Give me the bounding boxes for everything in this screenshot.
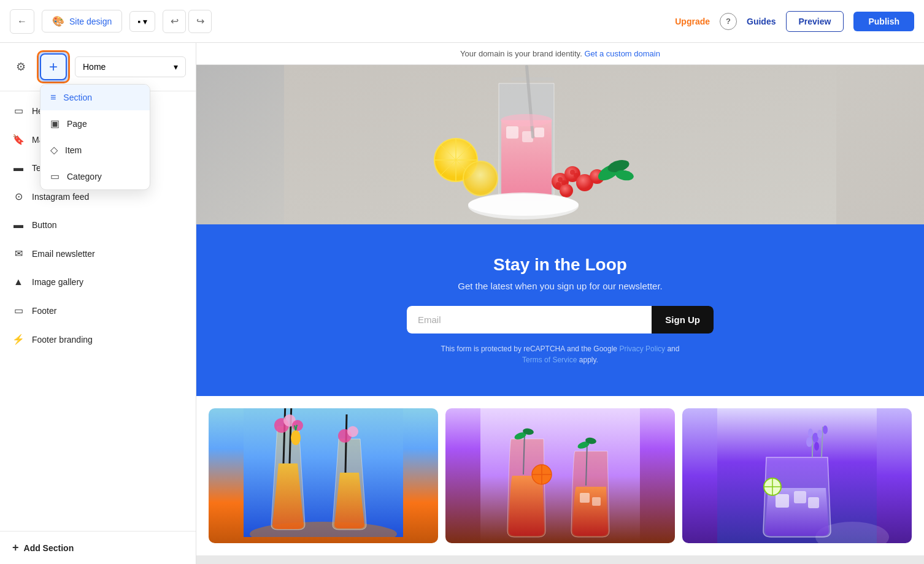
svg-rect-2 — [506, 126, 518, 139]
svg-point-34 — [292, 420, 303, 431]
add-button[interactable]: + — [40, 53, 67, 80]
newsletter-submit-button[interactable]: Sign Up — [652, 306, 714, 333]
site-design-label: Site design — [69, 17, 112, 26]
help-icon: ? — [726, 17, 731, 26]
svg-rect-55 — [776, 494, 789, 508]
dropdown-item-item[interactable]: ◇ Item — [40, 137, 150, 163]
hero-svg — [196, 65, 924, 224]
settings-button[interactable]: ⚙ — [10, 56, 32, 78]
gallery-item-1 — [209, 408, 438, 543]
topbar-left: ← 🎨 Site design ▪ ▾ ↩ ↪ — [10, 9, 212, 34]
add-section-plus-icon: + — [12, 541, 19, 554]
svg-point-67 — [817, 430, 822, 438]
item-icon: ◇ — [50, 144, 58, 156]
svg-point-40 — [347, 426, 358, 437]
main-layout: ⚙ + ≡ Section ▣ Pa — [0, 43, 924, 564]
gallery-svg-3 — [682, 408, 912, 543]
dropdown-item-category[interactable]: ▭ Category — [40, 163, 150, 189]
svg-point-20 — [556, 182, 561, 187]
svg-point-65 — [814, 442, 819, 451]
device-selector-button[interactable]: ▪ ▾ — [129, 11, 155, 32]
publish-button[interactable]: Publish — [853, 12, 914, 31]
svg-point-22 — [574, 173, 579, 178]
add-section-button[interactable]: + Add Section — [12, 541, 74, 554]
main-banner-icon: 🔖 — [12, 134, 25, 145]
sidebar-item-footer-label: Footer — [32, 306, 56, 316]
site-design-icon: 🎨 — [52, 15, 64, 27]
newsletter-title: Stay in the Loop — [209, 255, 912, 275]
sidebar-item-instagram-label: Instagram feed — [32, 192, 89, 202]
sidebar-item-button-label: Button — [32, 220, 56, 230]
domain-bar: Your domain is your brand identity. Get … — [196, 43, 924, 65]
site-design-button[interactable]: 🎨 Site design — [42, 10, 122, 32]
sidebar-item-email-label: Email newsletter — [32, 249, 95, 259]
undo-button[interactable]: ↩ — [163, 10, 186, 33]
newsletter-form: Sign Up — [407, 306, 714, 333]
sidebar-item-branding-label: Footer branding — [32, 335, 93, 345]
button-icon: ▬ — [12, 219, 25, 231]
dropdown-section-label: Section — [63, 93, 92, 102]
terms-of-service-link[interactable]: Terms of Service — [522, 356, 577, 364]
gallery-icon: ▲ — [12, 276, 25, 288]
get-custom-domain-link[interactable]: Get a custom domain — [584, 49, 660, 58]
dropdown-page-label: Page — [67, 119, 87, 129]
svg-rect-52 — [592, 497, 601, 506]
gallery-svg-2 — [445, 408, 675, 543]
sidebar-item-footer-branding[interactable]: ⚡ Footer branding — [0, 325, 196, 354]
svg-rect-51 — [580, 493, 590, 503]
instagram-icon: ⊙ — [12, 191, 25, 202]
gallery-item-3 — [682, 408, 912, 543]
svg-point-35 — [291, 430, 301, 445]
sidebar-item-footer[interactable]: ▭ Footer — [0, 296, 196, 325]
add-section-label: Add Section — [24, 543, 74, 553]
svg-rect-1 — [511, 77, 554, 81]
page-icon: ▣ — [50, 118, 60, 129]
privacy-policy-link[interactable]: Privacy Policy — [619, 345, 665, 353]
svg-point-68 — [823, 425, 828, 434]
add-dropdown-menu: ≡ Section ▣ Page ◇ Item ▭ — [40, 84, 150, 190]
dropdown-item-label: Item — [65, 145, 82, 155]
dropdown-item-section[interactable]: ≡ Section — [40, 85, 150, 110]
category-icon: ▭ — [50, 170, 60, 182]
redo-button[interactable]: ↪ — [188, 10, 212, 33]
sidebar-item-image-gallery[interactable]: ▲ Image gallery — [0, 268, 196, 296]
svg-rect-57 — [808, 497, 819, 508]
guides-link[interactable]: Guides — [747, 17, 776, 26]
topbar-right: Upgrade ? Guides Preview Publish — [675, 11, 914, 32]
page-selector[interactable]: Home ▾ — [75, 56, 186, 77]
svg-point-62 — [806, 437, 812, 447]
add-icon: + — [49, 58, 58, 75]
svg-line-38 — [345, 414, 347, 473]
redo-icon: ↪ — [196, 15, 204, 27]
add-button-wrapper: + ≡ Section ▣ Page ◇ — [40, 53, 67, 80]
svg-rect-56 — [794, 491, 806, 503]
newsletter-subtitle: Get the latest when you sign up for our … — [209, 281, 912, 291]
branding-icon: ⚡ — [12, 333, 25, 345]
domain-bar-text: Your domain is your brand identity. — [460, 49, 582, 58]
gallery-grid — [209, 408, 912, 543]
add-button-highlight: + ≡ Section ▣ Page ◇ — [37, 50, 70, 83]
sidebar-item-button[interactable]: ▬ Button — [0, 211, 196, 239]
email-icon: ✉ — [12, 248, 25, 259]
device-chevron-icon: ▾ — [143, 17, 147, 26]
page-selector-label: Home — [83, 62, 106, 72]
website-preview: Stay in the Loop Get the latest when you… — [196, 65, 924, 555]
back-button[interactable]: ← — [10, 9, 34, 34]
svg-point-27 — [468, 194, 579, 216]
help-button[interactable]: ? — [720, 13, 737, 30]
svg-point-19 — [561, 180, 566, 185]
dropdown-item-page[interactable]: ▣ Page — [40, 110, 150, 137]
svg-rect-28 — [244, 408, 403, 537]
back-icon: ← — [17, 16, 27, 27]
preview-button[interactable]: Preview — [786, 11, 844, 32]
undo-icon: ↩ — [171, 15, 179, 27]
email-input[interactable] — [407, 306, 652, 333]
canvas: Your domain is your brand identity. Get … — [196, 43, 924, 564]
svg-rect-41 — [480, 408, 640, 543]
sidebar: ⚙ + ≡ Section ▣ Pa — [0, 43, 196, 564]
svg-point-6 — [501, 114, 552, 126]
sidebar-header: ⚙ + ≡ Section ▣ Pa — [0, 43, 196, 91]
svg-point-12 — [463, 161, 498, 196]
sidebar-item-email-newsletter[interactable]: ✉ Email newsletter — [0, 239, 196, 268]
upgrade-link[interactable]: Upgrade — [675, 17, 710, 26]
